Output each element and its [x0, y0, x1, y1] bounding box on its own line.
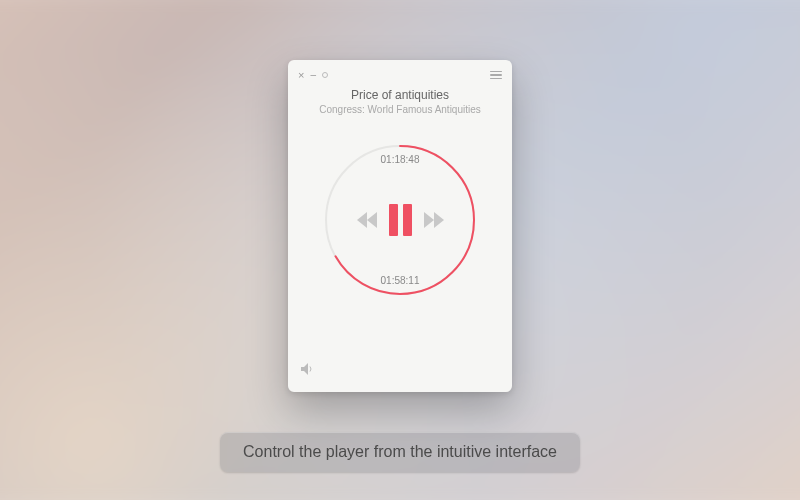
- zoom-icon[interactable]: [322, 72, 328, 78]
- titlebar: × –: [298, 68, 502, 82]
- playback-controls: [320, 200, 480, 240]
- menu-icon[interactable]: [490, 71, 502, 80]
- forward-button[interactable]: [424, 212, 444, 228]
- time-total: 01:58:11: [320, 275, 480, 286]
- progress-dial[interactable]: 01:18:48 01:58:11: [320, 140, 480, 300]
- volume-icon[interactable]: [300, 362, 316, 380]
- minimize-icon[interactable]: –: [310, 70, 316, 80]
- caption-bar: Control the player from the intuitive in…: [220, 432, 580, 472]
- window-controls: × –: [298, 70, 328, 81]
- caption-text: Control the player from the intuitive in…: [243, 443, 557, 461]
- time-elapsed: 01:18:48: [320, 154, 480, 165]
- pause-button[interactable]: [389, 204, 412, 236]
- track-subtitle: Congress: World Famous Antiquities: [288, 104, 512, 115]
- track-title: Price of antiquities: [288, 88, 512, 102]
- player-window: × – Price of antiquities Congress: World…: [288, 60, 512, 392]
- rewind-button[interactable]: [357, 212, 377, 228]
- close-icon[interactable]: ×: [298, 70, 304, 81]
